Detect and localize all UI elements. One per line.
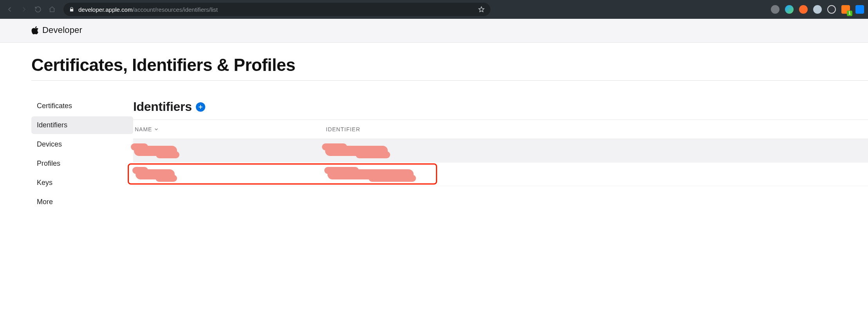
table-row[interactable] xyxy=(133,139,868,163)
redaction-mark xyxy=(325,146,388,156)
page-title: Certificates, Identifiers & Profiles xyxy=(31,55,868,81)
extension-icon-3[interactable] xyxy=(799,5,808,14)
sidebar: Certificates Identifiers Devices Profile… xyxy=(31,102,133,212)
sidebar-item-more[interactable]: More xyxy=(31,193,133,211)
extension-icons: 1 xyxy=(771,5,864,14)
column-header-identifier-label: IDENTIFIER xyxy=(326,126,360,132)
extension-icon-1[interactable] xyxy=(771,5,779,14)
cell-name xyxy=(134,163,325,186)
table-header: NAME IDENTIFIER xyxy=(133,120,868,139)
panel-header: Identifiers xyxy=(133,100,868,120)
cell-identifier xyxy=(325,163,868,186)
main-panel: Identifiers NAME IDENTIFIER xyxy=(133,102,868,186)
brand[interactable]: Developer xyxy=(31,25,611,35)
extension-badge: 1 xyxy=(847,11,852,16)
page-content: Certificates, Identifiers & Profiles Cer… xyxy=(0,43,868,212)
site-header: Developer xyxy=(0,19,868,43)
cell-name xyxy=(134,139,325,162)
sidebar-item-keys[interactable]: Keys xyxy=(31,174,133,192)
column-header-name-label: NAME xyxy=(135,126,152,132)
url-text: developer.apple.com/account/resources/id… xyxy=(78,6,218,13)
bookmark-star-icon[interactable] xyxy=(478,6,485,13)
sidebar-item-devices[interactable]: Devices xyxy=(31,136,133,153)
redaction-mark xyxy=(136,169,175,179)
apple-logo-icon xyxy=(31,25,39,35)
nav-button-group xyxy=(2,5,60,14)
address-bar[interactable]: developer.apple.com/account/resources/id… xyxy=(63,3,490,16)
redaction-mark xyxy=(134,146,177,156)
extension-icon-7[interactable] xyxy=(855,5,864,14)
sort-caret-icon xyxy=(154,126,158,132)
sidebar-item-certificates[interactable]: Certificates xyxy=(31,97,133,115)
sidebar-item-profiles[interactable]: Profiles xyxy=(31,155,133,172)
url-path: /account/resources/identifiers/list xyxy=(132,6,218,13)
lock-icon xyxy=(69,7,74,12)
panel-title: Identifiers xyxy=(133,100,192,114)
redaction-mark xyxy=(327,169,414,179)
cell-identifier xyxy=(325,139,868,162)
home-button[interactable] xyxy=(48,5,56,14)
add-identifier-button[interactable] xyxy=(196,102,205,112)
url-host: developer.apple.com xyxy=(78,6,132,13)
brand-text: Developer xyxy=(42,25,82,35)
column-header-identifier: IDENTIFIER xyxy=(326,126,868,132)
extension-icon-2[interactable] xyxy=(785,5,794,14)
reload-button[interactable] xyxy=(34,5,42,14)
back-button[interactable] xyxy=(5,5,14,14)
table-row[interactable] xyxy=(133,163,868,186)
extension-icon-6[interactable]: 1 xyxy=(841,5,850,14)
sidebar-item-identifiers[interactable]: Identifiers xyxy=(31,116,133,134)
extension-icon-5[interactable] xyxy=(827,5,836,14)
forward-button[interactable] xyxy=(20,5,28,14)
extension-icon-4[interactable] xyxy=(813,5,822,14)
browser-chrome: developer.apple.com/account/resources/id… xyxy=(0,0,868,19)
column-header-name[interactable]: NAME xyxy=(135,126,326,132)
